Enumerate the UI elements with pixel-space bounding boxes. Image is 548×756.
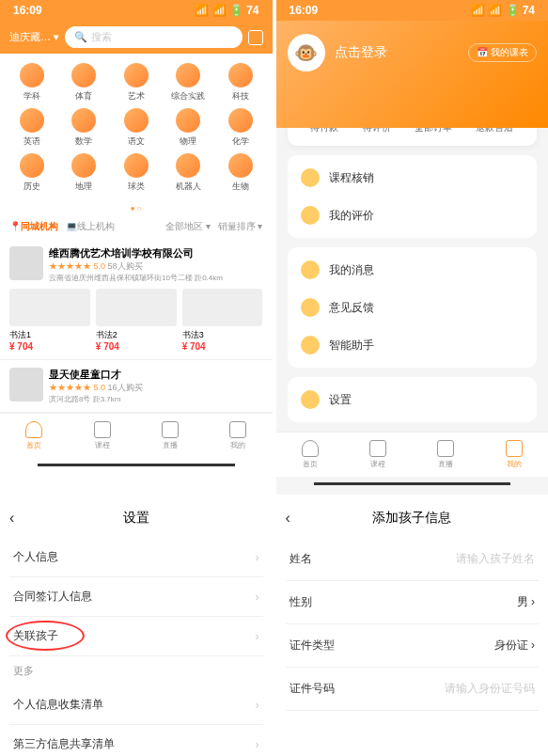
menu-item[interactable]: 课程核销 bbox=[288, 159, 538, 197]
search-input[interactable]: 🔍 搜索 bbox=[65, 26, 242, 48]
category-item[interactable]: 物理 bbox=[164, 108, 213, 148]
setting-row[interactable]: 关联孩子› bbox=[9, 617, 263, 656]
course-card[interactable]: 书法2¥ 704 bbox=[96, 289, 177, 352]
back-button[interactable]: ‹ bbox=[9, 510, 28, 527]
category-icon bbox=[228, 63, 253, 87]
menu-section-1: 课程核销我的评价 bbox=[288, 155, 538, 238]
home-screen: 16:09 📶 📶 🔋74 迪庆藏… ▾ 🔍 搜索 学科体育艺术综合实践科技英语… bbox=[0, 0, 273, 495]
category-label: 地理 bbox=[75, 181, 92, 193]
listing-title: 显天使星童口才 bbox=[49, 368, 263, 382]
field-idnum[interactable]: 证件号码 请输入身份证号码 bbox=[286, 668, 540, 711]
course-image bbox=[182, 289, 263, 326]
listing-thumb bbox=[9, 368, 43, 402]
profile-screen: 16:09 📶 📶 🔋74 🐵 点击登录 📅 我的课表 待付款待评价全部订单退款… bbox=[276, 0, 549, 495]
tab-icon bbox=[229, 421, 246, 438]
menu-label: 课程核销 bbox=[329, 170, 374, 186]
setting-label: 个人信息 bbox=[13, 549, 58, 565]
category-item[interactable]: 学科 bbox=[8, 63, 56, 102]
back-button[interactable]: ‹ bbox=[286, 510, 305, 527]
chevron-right-icon: › bbox=[256, 630, 259, 643]
tab-item[interactable]: 首页 bbox=[25, 421, 42, 450]
filter-region[interactable]: 全部地区 ▾ bbox=[165, 220, 211, 233]
category-icon bbox=[124, 153, 149, 178]
my-courses-button[interactable]: 📅 我的课表 bbox=[468, 43, 537, 62]
tab-item[interactable]: 我的 bbox=[229, 421, 246, 450]
menu-item[interactable]: 我的消息 bbox=[288, 251, 538, 289]
menu-label: 意见反馈 bbox=[329, 300, 374, 316]
category-item[interactable]: 球类 bbox=[112, 153, 161, 193]
course-card[interactable]: 书法1¥ 704 bbox=[9, 289, 90, 352]
field-gender[interactable]: 性别 男 › bbox=[286, 581, 540, 624]
tab-item[interactable]: 首页 bbox=[302, 440, 319, 469]
category-item[interactable]: 综合实践 bbox=[164, 63, 213, 102]
menu-icon bbox=[301, 390, 320, 409]
menu-item[interactable]: 意见反馈 bbox=[288, 289, 538, 326]
tab-item[interactable]: 直播 bbox=[162, 421, 179, 450]
category-item[interactable]: 历史 bbox=[8, 153, 56, 193]
category-item[interactable]: 科技 bbox=[216, 63, 265, 102]
category-item[interactable]: 生物 bbox=[216, 153, 265, 193]
menu-label: 我的评价 bbox=[329, 208, 374, 224]
setting-label: 第三方信息共享清单 bbox=[13, 736, 115, 752]
category-item[interactable]: 英语 bbox=[8, 108, 56, 148]
course-card[interactable]: 书法3¥ 704 bbox=[182, 289, 263, 352]
category-label: 体育 bbox=[75, 90, 92, 102]
status-icons: 📶 📶 🔋74 bbox=[195, 4, 258, 17]
category-item[interactable]: 艺术 bbox=[112, 63, 161, 102]
course-price: ¥ 704 bbox=[9, 341, 90, 352]
menu-icon bbox=[301, 206, 320, 225]
listing-1[interactable]: 维西腾优艺术培训学校有限公司 ★★★★★ 5.0 58人购买 云南省迪庆州维西县… bbox=[0, 239, 273, 360]
category-icon bbox=[20, 108, 44, 133]
setting-label: 个人信息收集清单 bbox=[13, 697, 103, 713]
tab-item[interactable]: 课程 bbox=[369, 440, 386, 469]
course-image bbox=[9, 289, 90, 326]
category-item[interactable]: 数学 bbox=[60, 108, 109, 148]
tab-item[interactable]: 我的 bbox=[506, 440, 523, 469]
location-picker[interactable]: 迪庆藏… ▾ bbox=[9, 30, 59, 44]
login-button[interactable]: 点击登录 bbox=[335, 44, 460, 61]
add-child-screen: ‹ 添加孩子信息 姓名 请输入孩子姓名 性别 男 › 证件类型 身份证 › 证件… bbox=[276, 498, 549, 756]
menu-item[interactable]: 智能助手 bbox=[288, 326, 538, 364]
menu-label: 我的消息 bbox=[329, 262, 374, 278]
category-grid: 学科体育艺术综合实践科技英语数学语文物理化学历史地理球类机器人生物 bbox=[0, 54, 273, 202]
category-item[interactable]: 机器人 bbox=[164, 153, 213, 193]
category-icon bbox=[176, 153, 200, 178]
category-item[interactable]: 体育 bbox=[60, 63, 109, 102]
tab-online[interactable]: 💻线上机构 bbox=[66, 220, 115, 233]
field-idtype[interactable]: 证件类型 身份证 › bbox=[286, 624, 540, 668]
page-title: 添加孩子信息 bbox=[305, 510, 521, 527]
avatar[interactable]: 🐵 bbox=[288, 34, 325, 71]
settings-header: ‹ 设置 bbox=[9, 498, 263, 538]
category-icon bbox=[71, 108, 96, 133]
field-name[interactable]: 姓名 请输入孩子姓名 bbox=[286, 538, 540, 581]
setting-row[interactable]: 合同签订人信息› bbox=[9, 577, 263, 617]
listing-address: 云南省迪庆州维西县保和镇瑞环街10号二楼 距0.4km bbox=[49, 273, 263, 283]
tab-bar: 首页课程直播我的 bbox=[0, 413, 273, 458]
category-item[interactable]: 化学 bbox=[216, 108, 265, 148]
tab-icon bbox=[25, 421, 42, 438]
tab-local[interactable]: 📍同城机构 bbox=[9, 220, 58, 233]
setting-row[interactable]: 个人信息› bbox=[9, 538, 263, 577]
scan-icon[interactable] bbox=[248, 30, 263, 45]
category-label: 艺术 bbox=[128, 90, 145, 102]
tab-icon bbox=[437, 440, 454, 457]
category-icon bbox=[124, 63, 149, 87]
filter-sort[interactable]: 销量排序 ▾ bbox=[218, 220, 263, 233]
menu-item[interactable]: 设置 bbox=[288, 381, 538, 418]
listing-address: 滨河北路8号 距3.7km bbox=[49, 394, 263, 404]
more-label: 更多 bbox=[9, 656, 263, 685]
category-item[interactable]: 语文 bbox=[112, 108, 161, 148]
page-dots: ● ○ bbox=[0, 202, 273, 214]
category-icon bbox=[71, 153, 96, 178]
menu-label: 智能助手 bbox=[329, 338, 374, 354]
category-item[interactable]: 地理 bbox=[60, 153, 109, 193]
menu-item[interactable]: 我的评价 bbox=[288, 197, 538, 234]
setting-row[interactable]: 第三方信息共享清单› bbox=[9, 725, 263, 756]
listing-2[interactable]: 显天使星童口才 ★★★★★ 5.0 16人购买 滨河北路8号 距3.7km bbox=[0, 360, 273, 413]
page-title: 设置 bbox=[28, 510, 244, 527]
tab-item[interactable]: 直播 bbox=[437, 440, 454, 469]
tab-label: 直播 bbox=[438, 459, 453, 469]
tab-icon bbox=[369, 440, 386, 457]
setting-row[interactable]: 个人信息收集清单› bbox=[9, 685, 263, 725]
tab-item[interactable]: 课程 bbox=[94, 421, 111, 450]
